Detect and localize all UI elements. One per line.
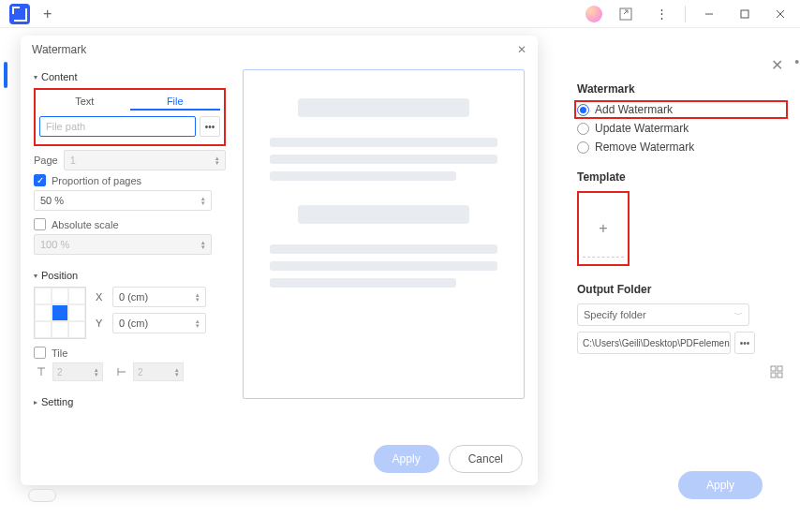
panel-close-icon[interactable]: ✕ bbox=[766, 54, 787, 75]
radio-remove-watermark[interactable]: Remove Watermark bbox=[577, 140, 783, 154]
tile-checkbox[interactable] bbox=[34, 347, 46, 359]
spinner-icon: ▴▾ bbox=[201, 240, 205, 249]
accordion-label: Position bbox=[41, 270, 78, 281]
radio-icon bbox=[577, 141, 589, 154]
output-folder-heading: Output Folder bbox=[577, 283, 783, 296]
tile-vertical-input: 2 ▴▾ bbox=[52, 362, 103, 381]
accordion-label: Setting bbox=[41, 396, 73, 407]
zoom-scrubber[interactable] bbox=[28, 489, 56, 502]
tile-label: Tile bbox=[52, 347, 67, 359]
active-file-indicator bbox=[4, 62, 7, 88]
triangle-right-icon: ▸ bbox=[34, 398, 37, 406]
page-input[interactable]: 1 ▴▾ bbox=[64, 150, 226, 170]
app-logo-icon bbox=[9, 4, 30, 24]
share-icon[interactable] bbox=[614, 2, 638, 26]
y-value: 0 (cm) bbox=[119, 318, 148, 329]
radio-label: Update Watermark bbox=[595, 122, 689, 135]
preview-line bbox=[270, 138, 497, 147]
radio-icon bbox=[577, 123, 589, 135]
preview-line bbox=[270, 261, 497, 271]
template-heading: Template bbox=[577, 170, 783, 184]
page-value: 1 bbox=[70, 155, 76, 166]
radio-label: Add Watermark bbox=[595, 103, 673, 116]
spinner-icon: ▴▾ bbox=[95, 367, 98, 377]
watermark-mode-radio-group: Add Watermark Update Watermark Remove Wa… bbox=[577, 103, 783, 154]
proportion-value: 50 % bbox=[40, 195, 64, 206]
svg-rect-2 bbox=[741, 10, 748, 18]
titlebar: + ⋮ bbox=[0, 0, 800, 28]
browse-file-button[interactable]: ••• bbox=[200, 116, 220, 137]
preview-title-block bbox=[298, 98, 468, 117]
maximize-button[interactable] bbox=[733, 2, 757, 26]
x-label: X bbox=[96, 291, 107, 303]
preview-line bbox=[270, 278, 456, 288]
accordion-label: Content bbox=[41, 71, 78, 82]
absolute-input: 100 % ▴▾ bbox=[34, 234, 212, 255]
watermark-heading: Watermark bbox=[577, 82, 783, 96]
absolute-label: Absolute scale bbox=[52, 219, 119, 230]
setting-accordion[interactable]: ▸ Setting bbox=[34, 396, 226, 407]
spinner-icon[interactable]: ▴▾ bbox=[196, 292, 200, 302]
watermark-side-panel: ✕ ••• Watermark Add Watermark Update Wat… bbox=[577, 56, 783, 354]
spinner-icon: ▴▾ bbox=[175, 367, 179, 377]
file-path-input[interactable]: File path bbox=[39, 116, 196, 137]
svg-rect-8 bbox=[778, 373, 782, 377]
preview-line bbox=[270, 155, 497, 164]
absolute-checkbox[interactable] bbox=[34, 218, 46, 230]
output-path-field[interactable]: C:\Users\Geili\Desktop\PDFelement\W bbox=[577, 332, 731, 354]
preview-line bbox=[270, 171, 456, 181]
chevron-down-icon: ﹀ bbox=[734, 309, 743, 321]
watermark-preview bbox=[243, 69, 525, 399]
add-template-button[interactable]: + bbox=[577, 191, 630, 266]
position-accordion[interactable]: ▾ Position bbox=[34, 270, 226, 281]
radio-update-watermark[interactable]: Update Watermark bbox=[577, 122, 783, 135]
tile-horizontal-icon bbox=[114, 364, 129, 379]
triangle-down-icon: ▾ bbox=[34, 272, 37, 280]
x-input[interactable]: 0 (cm) ▴▾ bbox=[112, 287, 206, 307]
proportion-input[interactable]: 50 % ▴▾ bbox=[34, 190, 212, 211]
position-center-cell[interactable] bbox=[52, 304, 68, 321]
preview-title-block bbox=[298, 205, 468, 224]
browse-output-button[interactable]: ••• bbox=[734, 332, 755, 354]
tab-text[interactable]: Text bbox=[39, 94, 130, 111]
svg-rect-5 bbox=[771, 366, 776, 371]
content-accordion[interactable]: ▾ Content bbox=[34, 71, 226, 82]
radio-add-watermark[interactable]: Add Watermark bbox=[577, 103, 673, 116]
modal-close-icon[interactable]: ✕ bbox=[517, 43, 526, 56]
y-label: Y bbox=[96, 318, 107, 329]
page-label: Page bbox=[34, 155, 58, 166]
x-value: 0 (cm) bbox=[119, 291, 148, 303]
tile-h-value: 2 bbox=[138, 367, 143, 377]
svg-rect-6 bbox=[778, 366, 782, 371]
tile-vertical-icon bbox=[34, 364, 49, 379]
absolute-value: 100 % bbox=[40, 239, 69, 250]
radio-icon bbox=[577, 104, 589, 116]
assistant-orb-icon[interactable] bbox=[585, 6, 602, 22]
output-folder-select[interactable]: Specify folder ﹀ bbox=[577, 303, 749, 326]
apply-button[interactable]: Apply bbox=[374, 445, 439, 473]
spinner-icon[interactable]: ▴▾ bbox=[215, 155, 219, 165]
tile-horizontal-input: 2 ▴▾ bbox=[133, 362, 184, 381]
kebab-menu-icon[interactable]: ⋮ bbox=[649, 2, 674, 26]
minimize-button[interactable] bbox=[697, 2, 721, 26]
select-value: Specify folder bbox=[584, 309, 646, 320]
radio-label: Remove Watermark bbox=[595, 140, 694, 154]
position-matrix[interactable] bbox=[34, 287, 86, 339]
proportion-checkbox[interactable]: ✓ bbox=[34, 174, 46, 186]
spinner-icon[interactable]: ▴▾ bbox=[201, 196, 205, 205]
close-button[interactable] bbox=[768, 2, 793, 26]
panel-more-icon[interactable]: ••• bbox=[794, 54, 800, 69]
proportion-label: Proportion of pages bbox=[52, 175, 141, 186]
side-apply-button[interactable]: Apply bbox=[678, 471, 763, 499]
tile-v-value: 2 bbox=[57, 367, 63, 377]
spinner-icon[interactable]: ▴▾ bbox=[196, 318, 200, 328]
grid-view-icon[interactable] bbox=[770, 365, 783, 378]
tab-file[interactable]: File bbox=[130, 94, 221, 111]
new-tab-button[interactable]: + bbox=[43, 6, 52, 22]
preview-line bbox=[270, 244, 497, 254]
watermark-modal: Watermark ✕ ▾ Content Text File File pat… bbox=[21, 36, 538, 485]
cancel-button[interactable]: Cancel bbox=[449, 445, 523, 473]
y-input[interactable]: 0 (cm) ▴▾ bbox=[112, 313, 206, 333]
triangle-down-icon: ▾ bbox=[34, 73, 37, 81]
modal-title: Watermark bbox=[32, 43, 86, 56]
